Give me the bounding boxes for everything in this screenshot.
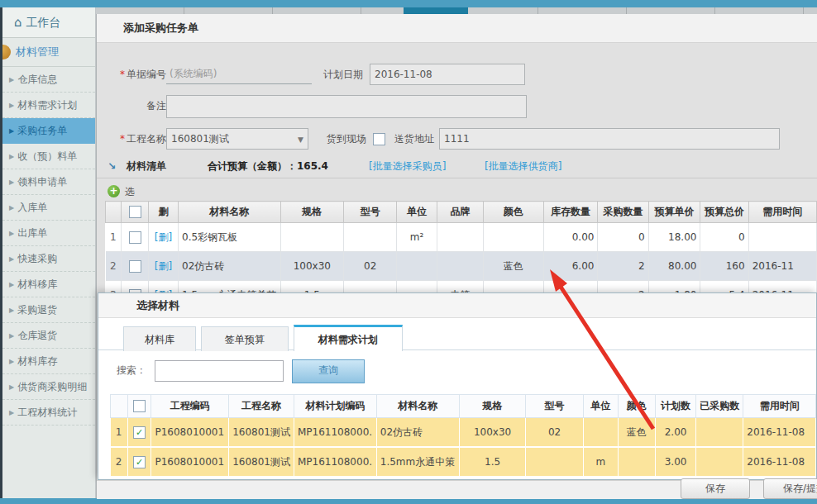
- cell-select: ✓: [127, 418, 151, 448]
- cell-plan-code: MP161108000.: [294, 447, 376, 477]
- cell-purchase-qty: 0: [598, 223, 648, 252]
- sidebar-item-material-transfer[interactable]: ▶材料移库: [2, 272, 95, 297]
- save-button[interactable]: 保存: [681, 478, 750, 499]
- header-checkbox[interactable]: [129, 206, 141, 218]
- chevron-down-icon: ▼: [298, 130, 303, 150]
- sidebar-item-label: 材料库存: [17, 355, 57, 367]
- home-icon: ⌂: [14, 15, 22, 30]
- import-icon: ↘: [108, 158, 116, 174]
- sidebar-item-material-demand-plan[interactable]: ▶材料需求计划: [2, 93, 95, 118]
- cell-project-code: P1608010001: [151, 447, 229, 477]
- project-select[interactable]: ▼160801测试: [166, 128, 308, 150]
- col-stock-qty: 库存数量: [543, 202, 598, 223]
- query-button[interactable]: 查询: [292, 359, 365, 383]
- tab-material-library[interactable]: 材料库: [123, 326, 196, 351]
- cell-unit: m: [583, 447, 618, 477]
- sidebar-item-warehouse-info[interactable]: ▶仓库信息: [2, 67, 95, 93]
- footer-bar: 保存 保存/提交: [97, 480, 817, 499]
- col-need-date: 需用时间: [743, 395, 816, 418]
- material-row: 2 [删] 02仿古砖 100x30 02 蓝色 6.00 2 80.00 16…: [106, 252, 817, 281]
- cell-spec: [280, 223, 344, 252]
- cell-project-name: 160801测试: [229, 447, 294, 477]
- cell-unit: m²: [397, 223, 437, 252]
- header-checkbox[interactable]: [133, 400, 146, 412]
- chevron-right-icon: ▶: [9, 76, 14, 83]
- remark-input[interactable]: [166, 95, 527, 118]
- doc-no-label: *单据编号: [100, 64, 166, 85]
- col-unit: 单位: [583, 395, 618, 418]
- cell-need-date: 2016-11-08: [743, 447, 816, 477]
- cell-delete: [删]: [149, 223, 179, 252]
- cell-purchase-qty: 2: [598, 252, 648, 281]
- app-window: ⌂工作台 材料管理 ▶仓库信息 ▶材料需求计划 ▶采购任务单 ▶收（预）料单 ▶…: [0, 0, 817, 504]
- row-checkbox-checked[interactable]: ✓: [133, 456, 146, 468]
- sidebar-item-label: 材料移库: [17, 278, 57, 290]
- cell-project-code: P1608010001: [151, 418, 229, 448]
- bottom-bar: [0, 498, 817, 504]
- cell-unit: [583, 418, 618, 448]
- search-input[interactable]: [155, 360, 284, 382]
- cell-rownum: 2: [106, 252, 122, 281]
- cell-budget-price: 18.00: [648, 223, 700, 252]
- tab-material-demand-plan[interactable]: 材料需求计划: [294, 325, 403, 351]
- sidebar-item-quick-purchase[interactable]: ▶快速采购: [2, 246, 95, 272]
- sidebar-workbench[interactable]: ⌂工作台: [2, 7, 95, 38]
- cell-spec: 100x30: [459, 418, 526, 448]
- row-checkbox[interactable]: [129, 260, 141, 273]
- materials-header-row: 删 材料名称 规格 型号 单位 品牌 颜色 库存数量 采购数量 预算单价 预算总…: [106, 202, 817, 223]
- sidebar-item-supplier-purchase-detail[interactable]: ▶供货商采购明细: [2, 374, 95, 400]
- sidebar-item-inbound[interactable]: ▶入库单: [2, 195, 95, 221]
- cell-delete: [删]: [149, 252, 179, 281]
- cell-model: [526, 447, 583, 477]
- sidebar-section-material-management[interactable]: 材料管理: [2, 38, 95, 67]
- cell-model: [344, 223, 397, 252]
- col-project-code: 工程编码: [151, 395, 229, 418]
- sidebar-item-label: 采购退货: [17, 304, 57, 316]
- delivery-addr-label: 送货地址: [388, 128, 434, 150]
- col-unit: 单位: [397, 202, 437, 223]
- cell-rownum: 1: [111, 418, 128, 448]
- col-brand: 品牌: [437, 202, 483, 223]
- sidebar-item-label: 仓库退货: [17, 330, 57, 341]
- plan-date-input[interactable]: 2016-11-08: [370, 64, 525, 85]
- sidebar-item-receive-material[interactable]: ▶收（预）料单: [2, 144, 95, 169]
- delete-link[interactable]: [删]: [155, 231, 172, 243]
- sidebar-item-outbound[interactable]: ▶出库单: [2, 221, 95, 246]
- cell-color: 蓝色: [484, 252, 544, 281]
- cell-rownum: 2: [111, 447, 128, 477]
- cell-purchased-qty: [696, 447, 743, 477]
- col-color: 颜色: [484, 202, 544, 223]
- required-icon: *: [120, 69, 125, 80]
- row-checkbox-checked[interactable]: ✓: [133, 426, 146, 439]
- section-label: 材料管理: [16, 45, 59, 58]
- tab-contract-budget[interactable]: 签单预算: [201, 326, 289, 351]
- col-color: 颜色: [618, 395, 655, 418]
- delivery-site-checkbox[interactable]: [373, 133, 385, 145]
- cell-select: [122, 252, 149, 281]
- chevron-right-icon: ▶: [9, 204, 14, 212]
- material-list-header: ↘ 材料清单 合计预算（金额）：165.4 [批量选择采购员] [批量选择供货商…: [97, 158, 817, 174]
- dialog-search-row: 搜索： 查询: [98, 359, 816, 384]
- sidebar-item-warehouse-return[interactable]: ▶仓库退货: [2, 323, 95, 349]
- sidebar-item-purchase-return[interactable]: ▶采购退货: [2, 297, 95, 323]
- col-material-name: 材料名称: [376, 395, 459, 418]
- col-model: 型号: [526, 395, 583, 418]
- save-submit-button[interactable]: 保存/提交: [763, 478, 817, 499]
- cell-purchased-qty: [696, 418, 743, 448]
- page-title-bar: 添加采购任务单: [97, 14, 817, 43]
- batch-select-buyer-link[interactable]: [批量选择采购员]: [369, 158, 446, 174]
- demand-plan-row: 1 ✓ P1608010001 160801测试 MP161108000. 02…: [111, 418, 816, 448]
- batch-select-supplier-link[interactable]: [批量选择供货商]: [485, 158, 561, 174]
- sidebar-item-label: 入库单: [17, 202, 47, 213]
- sidebar-item-project-material-stats[interactable]: ▶工程材料统计: [2, 400, 95, 426]
- delete-link[interactable]: [删]: [155, 260, 172, 272]
- sidebar-item-material-stock[interactable]: ▶材料库存: [2, 349, 95, 374]
- delivery-addr-input[interactable]: 1111: [439, 128, 780, 150]
- material-row: 1 [删] 0.5彩钢瓦板 m² 0.00 0 18.00 0: [106, 223, 817, 252]
- sidebar-item-purchase-task[interactable]: ▶采购任务单: [2, 118, 95, 144]
- doc-no-input[interactable]: (系统编码): [166, 64, 312, 84]
- sidebar-item-material-request[interactable]: ▶领料申请单: [2, 169, 95, 195]
- row-checkbox[interactable]: [129, 231, 141, 244]
- col-purchase-qty: 采购数量: [598, 202, 648, 223]
- active-tab-segment[interactable]: [404, 7, 468, 14]
